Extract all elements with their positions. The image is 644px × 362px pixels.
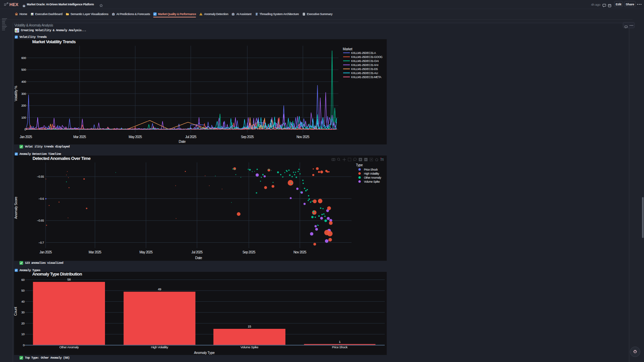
svg-text:Sep 2025: Sep 2025 — [241, 135, 254, 139]
svg-text:Other Anomaly: Other Anomaly — [59, 345, 79, 349]
svg-text:40: 40 — [21, 300, 25, 303]
svg-text:KXLLM1-25DEC31-A: KXLLM1-25DEC31-A — [351, 51, 376, 55]
svg-text:KXLLM1-25DEC31-XAI: KXLLM1-25DEC31-XAI — [351, 63, 378, 67]
svg-text:300: 300 — [21, 92, 26, 96]
svg-text:KXLLM1-25DEC31-ALI: KXLLM1-25DEC31-ALI — [351, 71, 378, 75]
svg-text:Market Volatility Trends: Market Volatility Trends — [32, 39, 76, 44]
svg-text:Volume Spike: Volume Spike — [364, 180, 380, 183]
svg-text:Detected Anomalies Over Time: Detected Anomalies Over Time — [33, 156, 91, 161]
svg-text:Count: Count — [14, 307, 17, 316]
svg-text:15: 15 — [248, 324, 251, 328]
svg-text:Mar 2025: Mar 2025 — [89, 250, 101, 254]
svg-text:−0.65: −0.65 — [37, 219, 44, 222]
svg-text:Anomaly Score: Anomaly Score — [14, 196, 18, 219]
svg-text:58: 58 — [67, 278, 71, 281]
svg-text:1: 1 — [339, 340, 340, 344]
svg-text:60: 60 — [21, 278, 25, 282]
svg-text:Date: Date — [195, 256, 202, 260]
svg-text:Nov 2025: Nov 2025 — [293, 250, 307, 254]
svg-text:Nov 2025: Nov 2025 — [297, 135, 310, 139]
svg-text:Other Anomaly: Other Anomaly — [364, 176, 381, 179]
svg-text:Market: Market — [343, 47, 353, 51]
svg-text:KXLLM1-25DEC31-GOOG: KXLLM1-25DEC31-GOOG — [351, 55, 382, 59]
svg-text:10: 10 — [21, 333, 25, 336]
svg-text:Date: Date — [179, 139, 186, 143]
svg-text:Jan 2025: Jan 2025 — [20, 135, 32, 139]
svg-text:Jul 2025: Jul 2025 — [185, 135, 197, 139]
svg-text:Anomaly Type: Anomaly Type — [194, 351, 215, 355]
svg-text:May 2025: May 2025 — [129, 135, 142, 139]
svg-text:Sep 2025: Sep 2025 — [243, 250, 256, 254]
svg-text:Price Shock: Price Shock — [364, 168, 378, 171]
svg-text:−0.7: −0.7 — [38, 241, 44, 244]
svg-text:May 2025: May 2025 — [140, 250, 153, 254]
svg-text:30: 30 — [21, 311, 25, 314]
svg-text:600: 600 — [21, 56, 26, 60]
svg-text:400: 400 — [21, 80, 26, 83]
svg-text:Volume Spike: Volume Spike — [240, 345, 258, 349]
svg-text:Volatility %: Volatility % — [14, 86, 18, 101]
svg-text:Anomaly Type Distribution: Anomaly Type Distribution — [32, 272, 82, 277]
svg-text:50: 50 — [21, 289, 25, 292]
svg-text:20: 20 — [21, 322, 25, 325]
svg-text:Mar 2025: Mar 2025 — [73, 135, 86, 139]
svg-text:Type: Type — [356, 163, 363, 167]
svg-text:Jan 2025: Jan 2025 — [40, 250, 52, 254]
svg-text:0: 0 — [23, 344, 24, 347]
svg-text:KXLLM1-25DEC31-OAI: KXLLM1-25DEC31-OAI — [351, 59, 379, 63]
svg-text:High Volatility: High Volatility — [364, 172, 379, 175]
svg-text:Price Shock: Price Shock — [332, 345, 348, 349]
svg-text:100: 100 — [21, 116, 26, 119]
svg-text:−0.6: −0.6 — [38, 197, 44, 200]
svg-text:−0.55: −0.55 — [37, 175, 44, 178]
svg-text:KXLLM1-25DEC31-META: KXLLM1-25DEC31-META — [351, 75, 381, 79]
svg-text:High Volatility: High Volatility — [151, 345, 168, 349]
svg-text:0: 0 — [24, 128, 26, 131]
svg-text:KXLLM1-25DEC31-DS: KXLLM1-25DEC31-DS — [351, 67, 378, 71]
svg-text:49: 49 — [158, 287, 161, 291]
svg-text:500: 500 — [21, 68, 26, 71]
svg-text:200: 200 — [21, 104, 26, 107]
svg-text:Jul 2025: Jul 2025 — [192, 250, 203, 254]
